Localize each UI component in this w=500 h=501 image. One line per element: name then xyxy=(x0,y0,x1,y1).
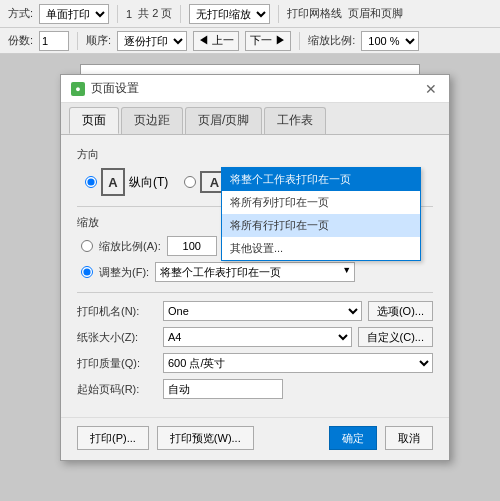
tab-sheet[interactable]: 工作表 xyxy=(264,107,326,134)
printer-label: 打印机名(N): xyxy=(77,304,157,319)
tab-header-footer[interactable]: 页眉/页脚 xyxy=(185,107,262,134)
scale-fit-row: 调整为(F): 将整个工作表打印在一页 ▼ xyxy=(77,262,433,282)
divider4 xyxy=(77,32,78,50)
landscape-radio[interactable] xyxy=(184,176,196,188)
order-label: 顺序: xyxy=(86,33,111,48)
portrait-radio[interactable] xyxy=(85,176,97,188)
paper-row: 纸张大小(Z): A4 自定义(C)... xyxy=(77,327,433,347)
toolbar-row1: 方式: 单面打印 1 共 2 页 无打印缩放 打印网格线 页眉和页脚 xyxy=(0,0,500,28)
page-header-btn[interactable]: 页眉和页脚 xyxy=(348,6,403,21)
tab-page[interactable]: 页面 xyxy=(69,107,119,134)
start-page-label: 起始页码(R): xyxy=(77,382,157,397)
print-grid-btn[interactable]: 打印网格线 xyxy=(287,6,342,21)
quality-select[interactable]: 600 点/英寸 xyxy=(163,353,433,373)
tab-margin[interactable]: 页边距 xyxy=(121,107,183,134)
portrait-label: 纵向(T) xyxy=(129,174,168,191)
print-btn[interactable]: 打印(P)... xyxy=(77,426,149,450)
next-btn[interactable]: 下一 ▶ xyxy=(245,31,291,51)
direction-section-title: 方向 xyxy=(77,147,433,162)
main-area: 1000.003000.0088.004900.001800.001800.00… xyxy=(0,54,500,501)
quality-row: 打印质量(Q): 600 点/英寸 xyxy=(77,353,433,373)
page-setup-dialog: ● 页面设置 ✕ 页面 页边距 页眉/页脚 工作表 方向 A 纵向(T) xyxy=(60,74,450,461)
divider5 xyxy=(299,32,300,50)
paper-select[interactable]: A4 xyxy=(163,327,352,347)
scale-value-select[interactable]: 100 % xyxy=(361,31,419,51)
dropdown-item-3[interactable]: 其他设置... xyxy=(222,237,420,260)
divider1 xyxy=(117,5,118,23)
dropdown-item-2[interactable]: 将所有行打印在一页 xyxy=(222,214,420,237)
mode-select[interactable]: 单面打印 xyxy=(39,4,109,24)
toolbar-row2: 份数: 顺序: 逐份打印 ◀ 上一 下一 ▶ 缩放比例: 100 % xyxy=(0,28,500,54)
portrait-icon: A xyxy=(101,168,125,196)
divider2 xyxy=(180,5,181,23)
ok-btn[interactable]: 确定 xyxy=(329,426,377,450)
dialog-close-button[interactable]: ✕ xyxy=(423,81,439,97)
print-btns: 打印(P)... 打印预览(W)... xyxy=(77,426,254,450)
prev-btn[interactable]: ◀ 上一 xyxy=(193,31,239,51)
paper-label: 纸张大小(Z): xyxy=(77,330,157,345)
dialog-body: 方向 A 纵向(T) A 横向(L) 缩放 缩放比例( xyxy=(61,135,449,417)
paper-custom-btn[interactable]: 自定义(C)... xyxy=(358,327,433,347)
scale-percent-radio[interactable] xyxy=(81,240,93,252)
printer-row: 打印机名(N): One 选项(O)... xyxy=(77,301,433,321)
print-preview-btn[interactable]: 打印预览(W)... xyxy=(157,426,254,450)
fit-select-wrapper: 将整个工作表打印在一页 ▼ xyxy=(155,262,355,282)
scale-select[interactable]: 无打印缩放 xyxy=(189,4,270,24)
dialog-tabs: 页面 页边距 页眉/页脚 工作表 xyxy=(61,103,449,135)
total-pages: 共 2 页 xyxy=(138,6,172,21)
scale-fit-label: 调整为(F): xyxy=(99,265,149,280)
scale-label: 缩放比例: xyxy=(308,33,355,48)
start-page-row: 起始页码(R): xyxy=(77,379,433,399)
dropdown-popup: 将整个工作表打印在一页 将所有列打印在一页 将所有行打印在一页 其他设置... xyxy=(221,167,421,261)
fit-select[interactable]: 将整个工作表打印在一页 xyxy=(155,262,355,282)
printer-select[interactable]: One xyxy=(163,301,362,321)
quality-label: 打印质量(Q): xyxy=(77,356,157,371)
divider3 xyxy=(278,5,279,23)
copies-label: 份数: xyxy=(8,33,33,48)
dialog-title-left: ● 页面设置 xyxy=(71,80,139,97)
start-page-input[interactable] xyxy=(163,379,283,399)
mode-label: 方式: xyxy=(8,6,33,21)
dialog-title: 页面设置 xyxy=(91,80,139,97)
divider-form xyxy=(77,292,433,293)
page-info: 1 xyxy=(126,8,132,20)
cancel-btn[interactable]: 取消 xyxy=(385,426,433,450)
dropdown-item-0[interactable]: 将整个工作表打印在一页 xyxy=(222,168,420,191)
scale-percent-input[interactable] xyxy=(167,236,217,256)
dialog-titlebar: ● 页面设置 ✕ xyxy=(61,75,449,103)
dialog-icon: ● xyxy=(71,82,85,96)
dropdown-item-1[interactable]: 将所有列打印在一页 xyxy=(222,191,420,214)
dialog-buttons: 打印(P)... 打印预览(W)... 确定 取消 xyxy=(61,417,449,460)
copies-input[interactable] xyxy=(39,31,69,51)
printer-options-btn[interactable]: 选项(O)... xyxy=(368,301,433,321)
portrait-option[interactable]: A 纵向(T) xyxy=(85,168,168,196)
order-select[interactable]: 逐份打印 xyxy=(117,31,187,51)
scale-fit-radio[interactable] xyxy=(81,266,93,278)
scale-percent-label: 缩放比例(A): xyxy=(99,239,161,254)
